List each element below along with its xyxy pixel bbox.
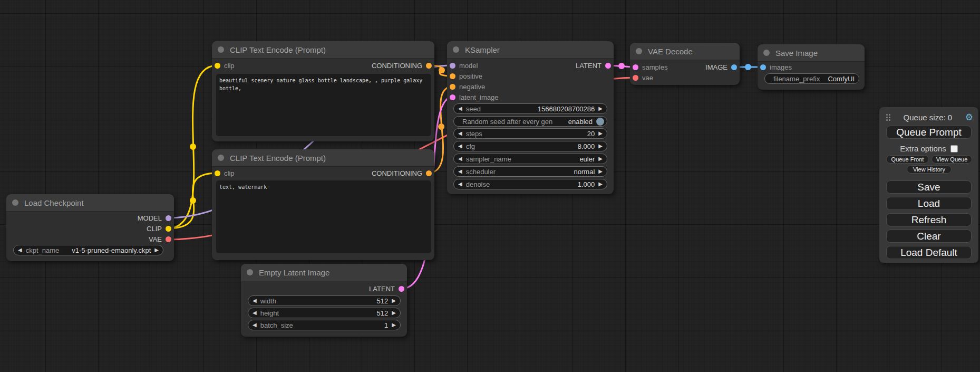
node-header[interactable]: CLIP Text Encode (Prompt) (212, 149, 434, 167)
output-slot-conditioning: CONDITIONING (372, 60, 432, 71)
link-midpoint-dot[interactable] (190, 144, 196, 150)
increment-arrow-icon[interactable]: ▶ (598, 169, 603, 174)
link-midpoint-dot[interactable] (618, 63, 625, 69)
increment-arrow-icon[interactable]: ▶ (598, 182, 603, 187)
widget-steps[interactable]: ◀ steps 20 ▶ (453, 128, 607, 139)
node-header[interactable]: Empty Latent Image (241, 264, 407, 281)
node-vae-decode[interactable]: VAE Decode samples vae IMAGE (630, 43, 740, 85)
toggle-circle-icon[interactable] (596, 118, 604, 126)
prompt-textarea[interactable]: beautiful scenery nature glass bottle la… (216, 74, 431, 136)
decrement-arrow-icon[interactable]: ◀ (458, 106, 462, 111)
widget-random-seed-toggle[interactable]: Random seed after every gen enabled (453, 116, 607, 127)
node-graph-canvas[interactable]: Load Checkpoint MODEL CLIP VAE ◀ ckpt_na… (0, 0, 980, 372)
decrement-arrow-icon[interactable]: ◀ (253, 298, 257, 303)
collapse-dot-icon[interactable] (247, 269, 253, 275)
decrement-arrow-icon[interactable]: ◀ (18, 247, 22, 253)
collapse-dot-icon[interactable] (12, 199, 18, 206)
widget-denoise[interactable]: ◀ denoise 1.000 ▶ (453, 179, 607, 189)
widget-value: 1 (384, 321, 388, 329)
decrement-arrow-icon[interactable]: ◀ (253, 322, 257, 328)
node-load-checkpoint[interactable]: Load Checkpoint MODEL CLIP VAE ◀ ckpt_na… (6, 194, 174, 261)
decrement-arrow-icon[interactable]: ◀ (458, 144, 462, 149)
widget-seed[interactable]: ◀ seed 156680208700286 ▶ (453, 103, 607, 114)
output-dot-latent[interactable] (399, 286, 404, 292)
node-header[interactable]: Save Image (758, 44, 865, 62)
increment-arrow-icon[interactable]: ▶ (598, 156, 603, 161)
node-clip-text-encode-positive[interactable]: CLIP Text Encode (Prompt) clip CONDITION… (212, 41, 434, 141)
link-midpoint-dot[interactable] (439, 67, 445, 73)
node-header[interactable]: VAE Decode (630, 43, 740, 60)
load-button[interactable]: Load (886, 197, 972, 210)
increment-arrow-icon[interactable]: ▶ (392, 310, 396, 316)
widget-cfg[interactable]: ◀ cfg 8.000 ▶ (453, 141, 607, 151)
input-dot-latent-image[interactable] (450, 94, 455, 100)
input-dot-samples[interactable] (633, 64, 638, 70)
view-history-button[interactable]: View History (907, 165, 952, 174)
widget-filename-prefix[interactable]: filename_prefix ComfyUI (764, 73, 859, 84)
output-slot-conditioning: CONDITIONING (372, 168, 432, 178)
collapse-dot-icon[interactable] (636, 48, 642, 54)
collapse-dot-icon[interactable] (218, 155, 224, 161)
extra-options-checkbox[interactable] (950, 145, 958, 152)
decrement-arrow-icon[interactable]: ◀ (458, 169, 462, 174)
increment-arrow-icon[interactable]: ▶ (392, 322, 396, 328)
node-clip-text-encode-negative[interactable]: CLIP Text Encode (Prompt) clip CONDITION… (212, 149, 434, 260)
prompt-textarea[interactable]: text, watermark (216, 180, 431, 253)
output-dot-vae[interactable] (166, 236, 171, 242)
link-midpoint-dot[interactable] (438, 123, 444, 130)
increment-arrow-icon[interactable]: ▶ (392, 298, 396, 303)
decrement-arrow-icon[interactable]: ◀ (253, 310, 257, 316)
output-dot-latent[interactable] (605, 63, 611, 69)
node-ksampler[interactable]: KSampler model positive negative latent_… (447, 41, 614, 194)
node-save-image[interactable]: Save Image images filename_prefix ComfyU… (758, 44, 865, 90)
widget-batch-size[interactable]: ◀ batch_size 1 ▶ (248, 320, 401, 330)
node-empty-latent-image[interactable]: Empty Latent Image LATENT ◀ width 512 ▶ … (241, 264, 407, 337)
decrement-arrow-icon[interactable]: ◀ (458, 131, 462, 136)
widget-width[interactable]: ◀ width 512 ▶ (248, 295, 401, 306)
decrement-arrow-icon[interactable]: ◀ (458, 156, 462, 161)
node-header[interactable]: Load Checkpoint (6, 194, 174, 212)
increment-arrow-icon[interactable]: ▶ (598, 144, 603, 149)
view-queue-button[interactable]: View Queue (932, 155, 972, 164)
node-header[interactable]: KSampler (447, 41, 614, 59)
output-dot-model[interactable] (166, 215, 171, 221)
save-button[interactable]: Save (886, 180, 972, 194)
input-dot-clip[interactable] (215, 170, 220, 176)
widget-sampler-name[interactable]: ◀ sampler_name euler ▶ (453, 154, 607, 164)
clear-button[interactable]: Clear (886, 230, 972, 243)
queue-prompt-button[interactable]: Queue Prompt (886, 126, 972, 139)
queue-front-button[interactable]: Queue Front (886, 155, 929, 164)
slot-label: MODEL (138, 214, 162, 222)
input-dot-images[interactable] (760, 64, 766, 70)
collapse-dot-icon[interactable] (453, 46, 459, 53)
output-slot-clip: CLIP (147, 223, 171, 234)
widget-label: steps (466, 130, 482, 138)
node-title: CLIP Text Encode (Prompt) (230, 154, 326, 163)
slot-label: vae (642, 74, 653, 82)
decrement-arrow-icon[interactable]: ◀ (458, 182, 462, 187)
output-dot-conditioning[interactable] (426, 170, 432, 176)
widget-height[interactable]: ◀ height 512 ▶ (248, 308, 401, 318)
output-dot-image[interactable] (731, 64, 737, 70)
node-header[interactable]: CLIP Text Encode (Prompt) (212, 41, 434, 59)
load-default-button[interactable]: Load Default (886, 246, 972, 259)
input-dot-vae[interactable] (633, 75, 638, 81)
input-dot-clip[interactable] (215, 63, 220, 69)
input-dot-model[interactable] (450, 63, 455, 69)
collapse-dot-icon[interactable] (763, 50, 770, 56)
increment-arrow-icon[interactable]: ▶ (154, 247, 159, 253)
collapse-dot-icon[interactable] (218, 46, 224, 53)
output-dot-conditioning[interactable] (426, 63, 432, 69)
increment-arrow-icon[interactable]: ▶ (598, 131, 603, 136)
widget-ckpt-name[interactable]: ◀ ckpt_name v1-5-pruned-emaonly.ckpt ▶ (13, 245, 163, 255)
input-dot-negative[interactable] (450, 84, 455, 90)
output-dot-clip[interactable] (166, 226, 171, 232)
settings-gear-icon[interactable]: ⚙ (965, 113, 973, 122)
link-midpoint-dot[interactable] (190, 197, 196, 204)
drag-handle-icon[interactable] (886, 114, 890, 121)
input-dot-positive[interactable] (450, 73, 455, 79)
link-midpoint-dot[interactable] (745, 64, 751, 70)
refresh-button[interactable]: Refresh (886, 213, 972, 226)
increment-arrow-icon[interactable]: ▶ (598, 106, 603, 111)
widget-scheduler[interactable]: ◀ scheduler normal ▶ (453, 166, 607, 177)
